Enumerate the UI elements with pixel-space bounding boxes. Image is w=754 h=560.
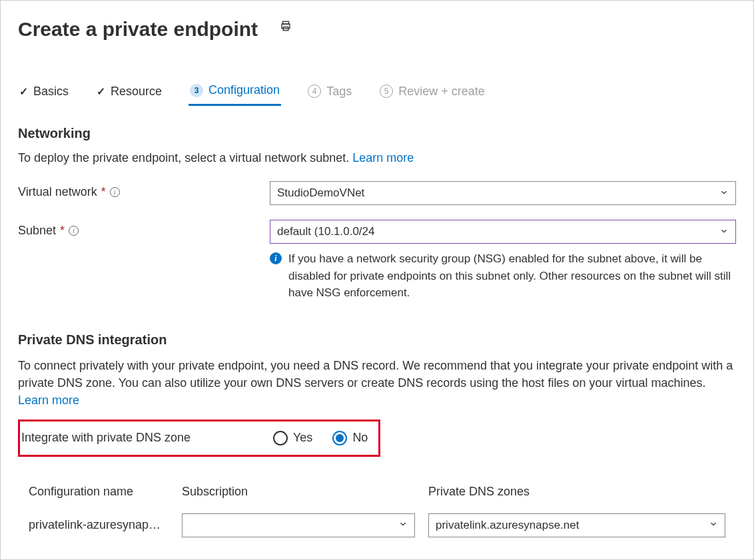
- dns-desc: To connect privately with your private e…: [18, 357, 736, 409]
- tab-label: Basics: [33, 85, 69, 99]
- dns-config-table: Configuration name Subscription Private …: [18, 477, 736, 544]
- page-title: Create a private endpoint: [18, 18, 258, 41]
- integrate-dns-no-option[interactable]: No: [332, 431, 368, 445]
- chevron-down-icon: [709, 519, 718, 531]
- virtual-network-label: Virtual network: [18, 185, 97, 199]
- print-icon[interactable]: [280, 20, 292, 35]
- tab-label: Tags: [326, 85, 352, 99]
- select-value: privatelink.azuresynapse.net: [436, 519, 579, 532]
- dns-heading: Private DNS integration: [18, 332, 736, 348]
- col-subscription: Subscription: [182, 485, 428, 499]
- table-header: Configuration name Subscription Private …: [18, 477, 736, 507]
- virtual-network-select[interactable]: StudioDemoVNet: [270, 181, 736, 205]
- tab-review-create[interactable]: 5 Review + create: [378, 79, 486, 106]
- tab-label: Resource: [111, 85, 162, 99]
- info-icon: i: [270, 252, 282, 264]
- radio-icon: [273, 431, 288, 445]
- select-value: default (10.1.0.0/24: [277, 225, 375, 238]
- chevron-down-icon: [719, 188, 729, 199]
- select-value: StudioDemoVNet: [277, 186, 364, 200]
- dns-learn-more-link[interactable]: Learn more: [18, 394, 79, 407]
- configuration-name-value: privatelink-azuresynap…: [29, 518, 182, 532]
- tab-label: Review + create: [398, 85, 485, 99]
- col-configuration-name: Configuration name: [29, 485, 182, 499]
- step-number-badge: 4: [308, 85, 321, 98]
- tab-configuration[interactable]: 3 Configuration: [188, 79, 281, 106]
- integrate-dns-highlight: Integrate with private DNS zone Yes No: [18, 420, 380, 457]
- nsg-info-text: If you have a network security group (NS…: [288, 250, 736, 302]
- virtual-network-row: Virtual network * i StudioDemoVNet: [18, 181, 736, 205]
- check-icon: ✓: [97, 85, 105, 98]
- networking-learn-more-link[interactable]: Learn more: [352, 151, 414, 164]
- wizard-tabs: ✓ Basics ✓ Resource 3 Configuration 4 Ta…: [18, 79, 736, 106]
- col-private-dns-zones: Private DNS zones: [428, 485, 725, 499]
- tab-label: Configuration: [208, 83, 280, 97]
- step-number-badge: 5: [380, 85, 393, 98]
- table-row: privatelink-azuresynap… privatelink.azur…: [18, 507, 736, 544]
- check-icon: ✓: [19, 85, 28, 98]
- required-asterisk: *: [60, 224, 65, 238]
- radio-label: No: [352, 431, 368, 445]
- info-icon[interactable]: i: [110, 187, 120, 197]
- subscription-select[interactable]: [182, 513, 415, 537]
- tab-resource[interactable]: ✓ Resource: [95, 79, 163, 106]
- info-icon[interactable]: i: [69, 226, 79, 236]
- networking-heading: Networking: [18, 126, 736, 141]
- tab-tags[interactable]: 4 Tags: [306, 79, 353, 106]
- subnet-label: Subnet: [18, 224, 56, 238]
- subnet-row: Subnet * i default (10.1.0.0/24 i If you…: [18, 220, 736, 302]
- integrate-dns-label: Integrate with private DNS zone: [21, 431, 273, 445]
- private-dns-zone-select[interactable]: privatelink.azuresynapse.net: [428, 513, 725, 537]
- integrate-dns-yes-option[interactable]: Yes: [273, 431, 312, 445]
- subnet-select[interactable]: default (10.1.0.0/24: [270, 220, 736, 244]
- nsg-info-message: i If you have a network security group (…: [270, 250, 736, 302]
- networking-desc: To deploy the private endpoint, select a…: [18, 149, 736, 166]
- radio-icon: [332, 431, 347, 445]
- chevron-down-icon: [398, 519, 408, 531]
- tab-basics[interactable]: ✓ Basics: [18, 79, 70, 106]
- required-asterisk: *: [101, 185, 106, 199]
- radio-label: Yes: [293, 431, 312, 445]
- step-number-badge: 3: [190, 84, 203, 97]
- chevron-down-icon: [719, 226, 729, 238]
